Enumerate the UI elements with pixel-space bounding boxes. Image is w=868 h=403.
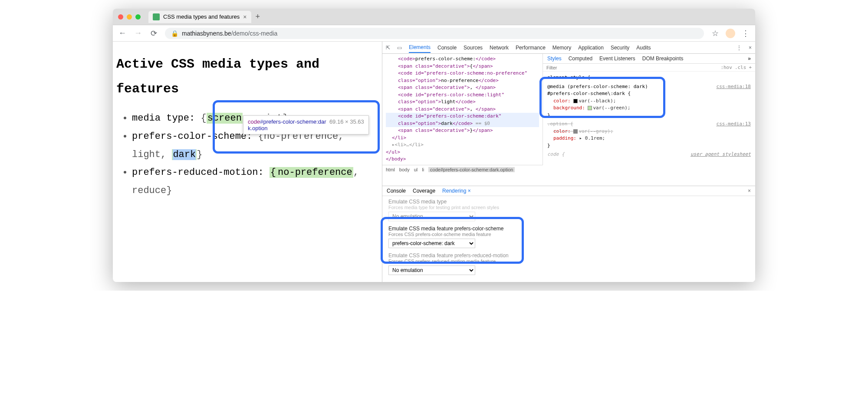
breadcrumb[interactable]: html body ul li code#prefers-color-schem… <box>382 165 543 174</box>
devtools-tabs: ⇱ ▭ Elements Console Sources Network Per… <box>382 42 755 54</box>
close-window-icon[interactable] <box>118 14 123 20</box>
devtools-close-icon[interactable]: × <box>749 45 752 51</box>
styles-filter-input[interactable] <box>546 65 718 70</box>
browser-tab[interactable]: CSS media types and features × <box>148 11 251 23</box>
url-domain: mathiasbynens.be <box>182 30 231 37</box>
window-controls <box>118 14 141 20</box>
page-title: Active CSS media types and features <box>116 52 378 102</box>
selected-dom-node[interactable]: <code id="prefers-color-scheme:dark" cla… <box>386 113 539 127</box>
new-tab-button[interactable]: + <box>256 12 260 21</box>
dom-tree[interactable]: <code>prefers-color-scheme:</code> <span… <box>382 54 543 165</box>
more-tabs-icon[interactable]: » <box>748 56 751 62</box>
prm-select[interactable]: No emulation <box>388 265 475 275</box>
emulate-media-type-section: Emulate CSS media type Forces media type… <box>388 199 749 221</box>
emulate-prm-section: Emulate CSS media feature prefers-reduce… <box>388 252 749 275</box>
list-item: prefers-reduced-motion: {no-preference, … <box>132 164 378 200</box>
address-bar[interactable]: 🔒 mathiasbynens.be/demo/css-media <box>165 28 704 39</box>
tab-performance[interactable]: Performance <box>516 45 546 51</box>
forward-icon[interactable]: → <box>134 29 142 38</box>
tab-application[interactable]: Application <box>578 45 604 51</box>
favicon-icon <box>153 13 160 20</box>
page-content: Active CSS media types and features medi… <box>113 42 382 282</box>
element-tooltip: code#prefers-color-scheme:dar 69.16 × 35… <box>243 115 369 134</box>
star-icon[interactable]: ☆ <box>711 29 720 38</box>
device-icon[interactable]: ▭ <box>397 45 402 51</box>
lock-icon: 🔒 <box>171 30 178 37</box>
tab-memory[interactable]: Memory <box>552 45 571 51</box>
tab-security[interactable]: Security <box>611 45 629 51</box>
cls-toggle[interactable]: .cls <box>735 65 746 70</box>
maximize-window-icon[interactable] <box>135 14 141 20</box>
element-style-rule[interactable]: element.style { <box>547 74 751 82</box>
hov-toggle[interactable]: :hov <box>720 65 732 70</box>
drawer-tab-rendering[interactable]: Rendering × <box>442 188 471 194</box>
profile-avatar[interactable] <box>726 29 735 38</box>
tab-audits[interactable]: Audits <box>636 45 651 51</box>
devtools-panel: ⇱ ▭ Elements Console Sources Network Per… <box>382 42 755 282</box>
devtools-menu-icon[interactable]: ⋮ <box>736 45 742 51</box>
close-icon[interactable]: × <box>468 188 471 194</box>
drawer-tab-coverage[interactable]: Coverage <box>413 188 435 194</box>
tab-console[interactable]: Console <box>437 45 457 51</box>
pcs-select[interactable]: prefers-color-scheme: dark <box>388 239 475 248</box>
tab-elements[interactable]: Elements <box>409 44 431 53</box>
devtools-drawer: Console Coverage Rendering × × Emulate C… <box>382 186 755 282</box>
reload-icon[interactable]: ⟳ <box>149 29 158 38</box>
css-rule-ua[interactable]: user agent stylesheet code { <box>547 151 751 158</box>
tab-network[interactable]: Network <box>490 45 509 51</box>
styles-tab-dombp[interactable]: DOM Breakpoints <box>642 56 684 62</box>
tab-title: CSS media types and features <box>163 13 240 20</box>
browser-toolbar: ← → ⟳ 🔒 mathiasbynens.be/demo/css-media … <box>113 25 755 42</box>
highlighted-dark-value: dark <box>173 149 196 160</box>
css-rule-media[interactable]: css-media:18 @media (prefers-color-schem… <box>547 83 751 119</box>
back-icon[interactable]: ← <box>118 29 127 38</box>
drawer-tab-console[interactable]: Console <box>387 188 406 194</box>
media-type-select[interactable]: No emulation <box>388 212 475 221</box>
menu-icon[interactable]: ⋮ <box>741 29 750 38</box>
styles-panel: Styles Computed Event Listeners DOM Brea… <box>543 54 755 186</box>
browser-window: CSS media types and features × + ← → ⟳ 🔒… <box>113 9 755 282</box>
styles-tab-styles[interactable]: Styles <box>547 56 562 62</box>
css-rule-option[interactable]: css-media:13 .option { color: var(--gray… <box>547 121 751 149</box>
minimize-window-icon[interactable] <box>127 14 132 20</box>
styles-tab-computed[interactable]: Computed <box>569 56 592 62</box>
tab-sources[interactable]: Sources <box>464 45 483 51</box>
close-tab-icon[interactable]: × <box>243 13 247 20</box>
url-path: /demo/css-media <box>231 30 278 37</box>
drawer-close-icon[interactable]: × <box>748 188 751 194</box>
inspect-icon[interactable]: ⇱ <box>386 45 390 51</box>
emulate-pcs-section: Emulate CSS media feature prefers-color-… <box>388 226 749 248</box>
add-rule-icon[interactable]: + <box>749 65 752 70</box>
titlebar: CSS media types and features × + <box>113 9 755 25</box>
styles-tab-listeners[interactable]: Event Listeners <box>599 56 635 62</box>
